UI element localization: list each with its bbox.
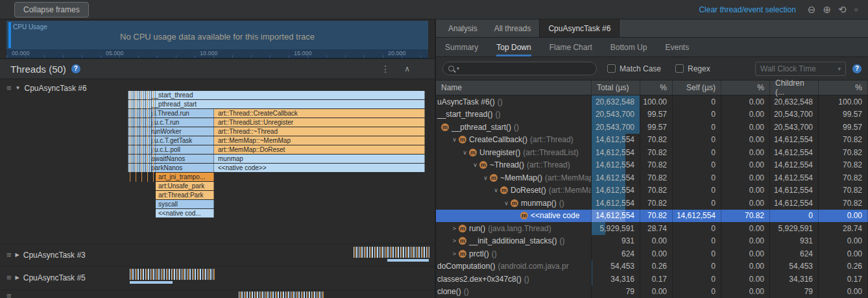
cpu-usage-track[interactable]: CPU Usage No CPU usage data available fo…	[6, 21, 428, 49]
table-row[interactable]: ∨mmunmap()()14,612,55470.8200.0014,612,5…	[436, 197, 868, 210]
self-cell: 0	[673, 286, 721, 298]
column-header-children[interactable]: Children (...	[770, 81, 819, 95]
flame-bar[interactable]: art::MemMap::~MemMap	[214, 136, 425, 145]
flame-bar[interactable]: art::MemMap::DoReset	[214, 145, 425, 154]
column-header-self-s[interactable]: Self (µs)	[673, 81, 721, 95]
drag-handle-icon[interactable]: ≡	[6, 291, 12, 298]
subtab-events[interactable]: Events	[665, 38, 689, 56]
expand-triangle-icon[interactable]: ▶	[16, 275, 19, 280]
collapse-frames-button[interactable]: Collapse frames	[14, 2, 89, 18]
table-row[interactable]: clone()()790.0000.00790.00	[436, 286, 868, 298]
expand-chevron-icon[interactable]: >	[450, 225, 459, 232]
drag-handle-icon[interactable]: ≡	[6, 250, 12, 260]
subtab-summary[interactable]: Summary	[445, 38, 478, 56]
column-header-[interactable]: %	[640, 81, 673, 95]
collapse-panel-icon[interactable]: ∧	[404, 64, 410, 73]
search-input[interactable]: ▾	[442, 62, 597, 75]
table-row[interactable]: ∨mUnregister()(art::ThreadList)14,612,55…	[436, 146, 868, 159]
collapse-chevron-icon[interactable]: ∨	[471, 162, 479, 168]
tab-cpuasynctask-6[interactable]: CpuAsyncTask #6	[539, 19, 620, 37]
tab-all-threads[interactable]: All threads	[486, 19, 540, 37]
collapse-chevron-icon[interactable]: ∨	[450, 136, 459, 143]
table-row[interactable]: ∨mDoReset()(art::MemMap)14,612,55470.820…	[436, 184, 868, 197]
flame-bar[interactable]: art::Thread::~Thread	[214, 127, 425, 136]
table-row[interactable]: ∨m~Thread()(art::Thread)14,612,55470.820…	[436, 159, 868, 172]
expand-chevron-icon[interactable]: >	[450, 251, 459, 257]
table-row[interactable]: doComputation()(android.com.java.pr54,45…	[436, 260, 868, 273]
flame-bar[interactable]: art_jni_trampo...	[156, 173, 214, 181]
ruler-tick-label: 10.000	[200, 50, 218, 56]
table-row[interactable]: >m__init_additional_stacks()()9310.0000.…	[436, 235, 868, 248]
subtab-bottom-up[interactable]: Bottom Up	[610, 38, 647, 56]
clock-type-value: Wall Clock Time	[760, 64, 816, 73]
zoom-in-icon[interactable]: ⊕	[823, 5, 831, 14]
self-pct-cell: 0.00	[721, 171, 770, 184]
flame-bar[interactable]: art::ThreadList::Unregister	[214, 118, 425, 127]
help-icon[interactable]: ?	[852, 64, 862, 73]
thread-row-partial[interactable]: ≡	[0, 290, 435, 298]
match-case-checkbox[interactable]: Match Case	[607, 64, 661, 73]
total-pct-cell: 0.17	[640, 273, 673, 286]
tab-analysis[interactable]: Analysis	[440, 19, 486, 37]
kebab-menu-icon[interactable]: ⋮	[381, 64, 390, 74]
flame-bar[interactable]: <<native cod...	[156, 209, 214, 217]
children-pct-cell: 0.00	[819, 247, 868, 260]
method-package: (art::Thread)	[530, 135, 573, 144]
table-row[interactable]: uAsyncTask #6()()20,632,548100.0000.0020…	[436, 95, 868, 108]
help-icon[interactable]: ?	[71, 64, 80, 73]
column-header-[interactable]: %	[819, 81, 868, 95]
timeline-ruler[interactable]: 00.00005.00010.00015.00020.000	[6, 49, 428, 58]
clear-selection-link[interactable]: Clear thread/event selection	[699, 5, 795, 14]
drag-handle-icon[interactable]: ≡	[6, 273, 12, 282]
flame-bar[interactable]: art:Unsafe_park	[156, 182, 214, 190]
flame-bar[interactable]: syscall	[156, 200, 214, 208]
checkbox-box[interactable]	[675, 64, 684, 73]
expand-triangle-icon[interactable]: ▶	[16, 252, 19, 258]
table-row[interactable]: __start_thread()()20,543,70099.5700.0020…	[436, 108, 868, 121]
regex-checkbox[interactable]: Regex	[675, 64, 710, 73]
thread-row-cpuasynctask-3[interactable]: ≡ ▶ CpuAsyncTask #3	[0, 243, 435, 266]
column-header-total-s[interactable]: Total (µs)	[592, 81, 640, 95]
expand-chevron-icon[interactable]: >	[450, 238, 459, 244]
subtab-top-down[interactable]: Top Down	[496, 38, 531, 56]
collapse-chevron-icon[interactable]: ∨	[481, 175, 490, 181]
zoom-to-selection-icon[interactable]: ⌖	[854, 5, 859, 14]
total-cell: 14,612,554	[592, 171, 640, 184]
children-pct-cell: 70.82	[819, 134, 868, 147]
table-row[interactable]: ∨m~MemMap()(art::MemMap)14,612,55470.820…	[436, 171, 868, 184]
flame-bar[interactable]: art:Thread:Park	[156, 191, 214, 199]
flame-bar[interactable]: <<native code>>	[214, 164, 425, 172]
table-row[interactable]: ∨mCreateCallback()(art::Thread)14,612,55…	[436, 134, 868, 147]
children-pct-cell: 0.00	[819, 235, 868, 248]
column-header-name[interactable]: Name	[436, 81, 592, 95]
self-cell: 0	[673, 134, 721, 147]
collapse-chevron-icon[interactable]: ∨	[492, 187, 500, 193]
column-header-[interactable]: %	[721, 81, 770, 95]
search-options-chevron-icon[interactable]: ▾	[457, 66, 459, 71]
children-pct-cell: 70.82	[819, 146, 868, 159]
subtab-flame-chart[interactable]: Flame Chart	[549, 38, 592, 56]
flame-bar[interactable]: __pthread_start	[128, 100, 425, 108]
total-cell: 54,453	[592, 260, 640, 273]
checkbox-box[interactable]	[607, 64, 616, 73]
flame-bar[interactable]: __start_thread	[128, 91, 425, 99]
thread-row-cpuasynctask-6[interactable]: ≡ ▼ CpuAsyncTask #6 __start_thread__pthr…	[0, 79, 435, 243]
flame-bar[interactable]: art::Thread::CreateCallback	[214, 109, 425, 118]
drag-handle-icon[interactable]: ≡	[6, 83, 12, 93]
table-row[interactable]: >mrun()(java.lang.Thread)5,929,59128.740…	[436, 222, 868, 235]
clock-type-dropdown[interactable]: Wall Clock Time ▾	[755, 62, 846, 76]
table-row[interactable]: classes2.dex+0x347c8()()34,3160.1700.003…	[436, 273, 868, 286]
children-pct-cell: 100.00	[819, 95, 868, 108]
collapse-chevron-icon[interactable]: ∨	[502, 200, 511, 206]
thread-row-cpuasynctask-5[interactable]: ≡ ▶ CpuAsyncTask #5	[0, 266, 435, 290]
zoom-out-icon[interactable]: ⊖	[808, 5, 816, 14]
collapse-chevron-icon[interactable]: ∨	[461, 149, 469, 156]
reset-zoom-icon[interactable]: ⟲	[838, 5, 847, 14]
table-row[interactable]: m__pthread_start()()20,543,70099.5700.00…	[436, 121, 868, 134]
table-row[interactable]: m<<native code14,612,55470.8214,612,5547…	[436, 210, 868, 223]
flame-bar[interactable]: munmap	[214, 155, 425, 163]
table-row[interactable]: >mprctl()()6240.0000.006240.00	[436, 247, 868, 260]
collapse-triangle-icon[interactable]: ▼	[16, 85, 21, 91]
total-cell: 14,612,554	[592, 210, 640, 223]
total-value: 14,612,554	[596, 148, 634, 157]
